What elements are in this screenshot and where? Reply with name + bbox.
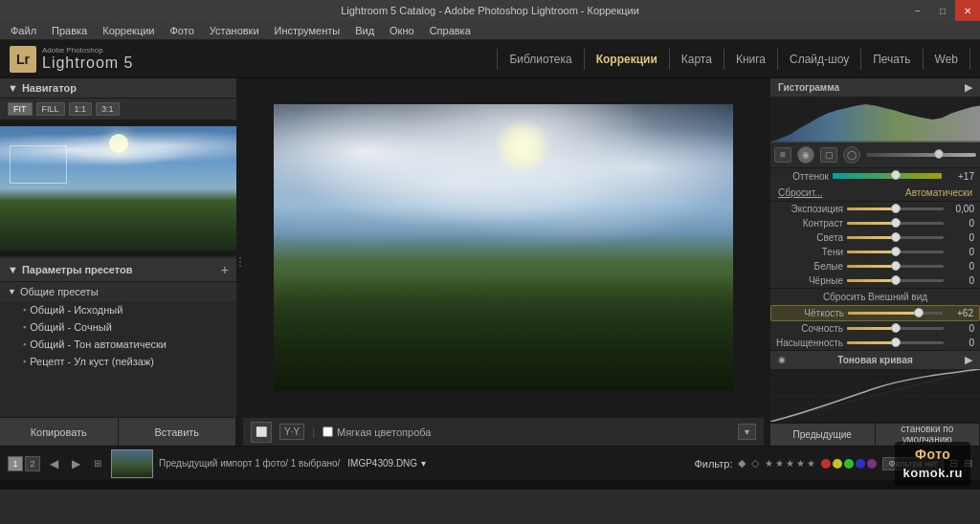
- menu-view[interactable]: Вид: [349, 23, 380, 38]
- window-controls: − □ ✕: [905, 0, 980, 21]
- preset-item-landscape[interactable]: ▪ Рецепт - Ул куст (пейзаж): [0, 353, 236, 370]
- soft-proof-checkbox[interactable]: [323, 426, 333, 437]
- menu-window[interactable]: Окно: [384, 23, 420, 38]
- zoom-fit[interactable]: FIT: [8, 102, 33, 116]
- thumb-image: [112, 450, 152, 477]
- tone-curve-section: ◉ Тоновая кривая ▶: [770, 351, 980, 423]
- star-1[interactable]: ★: [765, 458, 773, 469]
- hist-exposure-slider[interactable]: [866, 153, 976, 157]
- auto-wb-link[interactable]: Автоматически: [905, 187, 972, 198]
- copy-button[interactable]: Копировать: [0, 418, 119, 446]
- star-3[interactable]: ★: [786, 458, 794, 469]
- navigator-header[interactable]: ▼ Навигатор: [0, 78, 236, 98]
- filename-arrow[interactable]: ▾: [421, 458, 426, 469]
- film-prev-btn[interactable]: ◀: [46, 455, 62, 472]
- tone-curve-header[interactable]: ◉ Тоновая кривая ▶: [770, 351, 980, 369]
- highlights-slider[interactable]: [847, 236, 944, 239]
- preset-label: Общий - Исходный: [30, 304, 122, 316]
- hist-square-btn[interactable]: ▢: [820, 147, 837, 163]
- whites-fill: [847, 265, 896, 268]
- highlights-value: 0: [947, 232, 974, 243]
- basic-tone-section: Экспозиция 0,00 Контраст 0 Света: [770, 202, 980, 289]
- film-grid-icon[interactable]: ⊞: [90, 456, 105, 470]
- right-panel: Гистограмма ▶ ⊞ ◉ ▢: [769, 78, 980, 446]
- close-button[interactable]: ✕: [955, 0, 980, 21]
- color-blue[interactable]: [856, 459, 865, 469]
- histogram-collapse[interactable]: ▶: [965, 81, 972, 94]
- histogram-header[interactable]: Гистограмма ▶: [770, 78, 980, 97]
- menu-help[interactable]: Справка: [424, 23, 477, 38]
- prev-settings-button[interactable]: Предыдущие: [770, 424, 876, 446]
- star-5[interactable]: ★: [807, 458, 815, 469]
- tab-print[interactable]: Печать: [861, 49, 923, 70]
- filter-diamond2-icon[interactable]: ◇: [751, 457, 759, 469]
- tab-library[interactable]: Библиотека: [497, 49, 584, 70]
- star-2[interactable]: ★: [775, 458, 784, 469]
- zoom-3-1[interactable]: 3:1: [96, 102, 120, 116]
- tone-curve-collapse[interactable]: ▶: [965, 354, 972, 366]
- preset-group-name: Общие пресеты: [20, 286, 99, 297]
- nav-tabs: Библиотека Коррекции Карта Книга Слайд-ш…: [497, 49, 970, 70]
- color-green[interactable]: [844, 459, 854, 469]
- presets-header[interactable]: ▼ Параметры пресетов +: [0, 258, 236, 282]
- film-next-btn[interactable]: ▶: [68, 455, 84, 472]
- color-red[interactable]: [821, 459, 831, 469]
- zoom-fill[interactable]: FILL: [36, 102, 65, 116]
- wb-section: Оттенок +17 Сбросит... Автоматически: [770, 168, 980, 202]
- tab-develop[interactable]: Коррекции: [585, 49, 670, 70]
- preset-item-auto-tone[interactable]: ▪ Общий - Тон автоматически: [0, 336, 236, 353]
- hist-shadows-btn[interactable]: ⊞: [774, 147, 791, 163]
- reset-presence[interactable]: Сбросить Внешний вид: [770, 289, 980, 305]
- page-2[interactable]: 2: [25, 456, 40, 471]
- contrast-slider[interactable]: [847, 222, 944, 225]
- tab-map[interactable]: Карта: [670, 49, 724, 70]
- zoom-1-1[interactable]: 1:1: [69, 102, 93, 116]
- tint-slider[interactable]: [833, 173, 942, 179]
- window-title: Lightroom 5 Catalog - Adobe Photoshop Li…: [341, 5, 639, 16]
- hist-circle2-btn[interactable]: ◯: [843, 146, 860, 164]
- main-area: ▼ Навигатор FIT FILL 1:1 3:1 ▼ Параметры…: [0, 78, 980, 446]
- menu-tools[interactable]: Инструменты: [269, 23, 346, 38]
- preset-group-general[interactable]: ▼ Общие пресеты: [0, 282, 236, 301]
- frame-button[interactable]: ⬜: [251, 422, 272, 443]
- preset-item-juicy[interactable]: ▪ Общий - Сочный: [0, 318, 236, 336]
- menu-photo[interactable]: Фото: [165, 23, 200, 38]
- shadows-slider[interactable]: [847, 251, 944, 253]
- menu-file[interactable]: Файл: [5, 23, 42, 38]
- tab-web[interactable]: Web: [924, 49, 970, 70]
- blacks-slider[interactable]: [847, 279, 944, 282]
- color-filter-dots: [821, 459, 877, 469]
- star-4[interactable]: ★: [796, 458, 805, 469]
- exposure-slider[interactable]: [847, 207, 944, 210]
- center-bottom-bar: ⬜ Y·Y | Мягкая цветопроба ▾: [243, 417, 764, 446]
- star-filter: ★ ★ ★ ★ ★: [765, 458, 815, 469]
- whites-slider[interactable]: [847, 265, 944, 268]
- watermark: Фото komok.ru: [895, 442, 970, 486]
- color-yellow[interactable]: [833, 459, 842, 469]
- filmstrip-thumbnail[interactable]: [111, 449, 153, 478]
- menu-edit[interactable]: Правка: [46, 23, 93, 38]
- tab-book[interactable]: Книга: [724, 49, 778, 70]
- tab-slideshow[interactable]: Слайд-шоу: [778, 49, 861, 70]
- clarity-slider[interactable]: [848, 312, 943, 315]
- paste-button[interactable]: Вставить: [119, 418, 237, 446]
- filter-diamond-icon[interactable]: ◆: [738, 457, 746, 469]
- maximize-button[interactable]: □: [930, 0, 955, 21]
- view-options-dropdown[interactable]: ▾: [738, 424, 756, 440]
- hist-circle-btn[interactable]: ◉: [797, 146, 814, 164]
- reset-wb-link[interactable]: Сбросит...: [778, 187, 822, 198]
- vibrance-slider[interactable]: [847, 327, 944, 330]
- preset-item-original[interactable]: ▪ Общий - Исходный: [0, 301, 236, 318]
- saturation-slider[interactable]: [847, 341, 944, 344]
- exposure-fill: [847, 207, 896, 210]
- menu-corrections[interactable]: Коррекции: [97, 23, 160, 38]
- highlights-row: Света 0: [770, 230, 980, 245]
- add-preset-button[interactable]: +: [221, 262, 229, 277]
- minimize-button[interactable]: −: [905, 0, 930, 21]
- page-1[interactable]: 1: [8, 456, 23, 471]
- contrast-value: 0: [947, 218, 974, 229]
- color-purple[interactable]: [867, 459, 877, 469]
- photo-area: [243, 78, 764, 417]
- filter-label: Фильтр:: [694, 458, 732, 469]
- menu-settings[interactable]: Установки: [204, 23, 265, 38]
